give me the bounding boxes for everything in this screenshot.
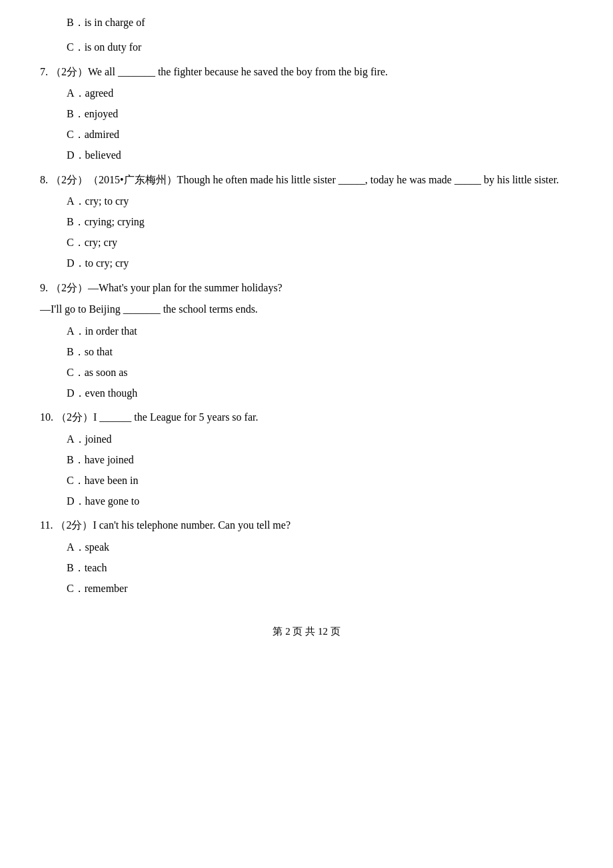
question-7-intro: （2分）We all _______ the fighter because h… bbox=[51, 66, 388, 77]
question-8-option-a: A．cry; to cry bbox=[67, 192, 586, 211]
question-11-text: 11. （2分）I can't his telephone number. Ca… bbox=[40, 516, 586, 535]
question-9-option-a: A．in order that bbox=[67, 322, 586, 341]
question-7-text: 7. （2分）We all _______ the fighter becaus… bbox=[40, 63, 586, 82]
question-8-intro: （2分）（2015•广东梅州）Though he often made his … bbox=[51, 174, 559, 185]
question-10-option-c: C．have been in bbox=[67, 471, 586, 491]
question-9-option-c: C．as soon as bbox=[67, 363, 586, 383]
question-9-option-b: B．so that bbox=[67, 343, 586, 362]
question-7-option-d: D．believed bbox=[67, 146, 586, 165]
question-11-option-c: C．remember bbox=[67, 579, 586, 599]
question-10: 10. （2分）I ______ the League for 5 years … bbox=[27, 408, 586, 511]
question-9-number: 9. bbox=[40, 282, 48, 293]
option-c-duty: C．is on duty for bbox=[27, 38, 586, 57]
question-9-option-d: D．even though bbox=[67, 384, 586, 403]
question-7-option-c: C．admired bbox=[67, 125, 586, 145]
question-9: 9. （2分）—What's your plan for the summer … bbox=[27, 279, 586, 403]
question-11-number: 11. bbox=[40, 519, 53, 531]
question-10-option-a: A．joined bbox=[67, 430, 586, 449]
question-8-option-b: B．crying; crying bbox=[67, 213, 586, 232]
question-10-option-b: B．have joined bbox=[67, 451, 586, 470]
question-10-number: 10. bbox=[40, 411, 53, 423]
question-11: 11. （2分）I can't his telephone number. Ca… bbox=[27, 516, 586, 598]
question-11-option-a: A．speak bbox=[67, 538, 586, 557]
question-9-continuation: —I'll go to Beijing _______ the school t… bbox=[40, 300, 586, 319]
question-11-intro: （2分）I can't his telephone number. Can yo… bbox=[55, 519, 291, 531]
question-9-text: 9. （2分）—What's your plan for the summer … bbox=[40, 279, 586, 298]
question-10-intro: （2分）I ______ the League for 5 years so f… bbox=[56, 411, 258, 423]
question-10-text: 10. （2分）I ______ the League for 5 years … bbox=[40, 408, 586, 427]
option-b-charge: B．is in charge of bbox=[27, 13, 586, 33]
question-7-option-a: A．agreed bbox=[67, 84, 586, 103]
option-text: C．is on duty for bbox=[67, 38, 586, 57]
question-11-option-b: B．teach bbox=[67, 559, 586, 578]
question-7: 7. （2分）We all _______ the fighter becaus… bbox=[27, 63, 586, 165]
question-8-number: 8. bbox=[40, 174, 48, 185]
question-8-option-d: D．to cry; cry bbox=[67, 254, 586, 273]
question-7-option-b: B．enjoyed bbox=[67, 105, 586, 124]
page-footer: 第 2 页 共 12 页 bbox=[27, 625, 586, 638]
page-info: 第 2 页 共 12 页 bbox=[273, 626, 340, 637]
question-10-option-d: D．have gone to bbox=[67, 492, 586, 511]
question-9-intro: （2分）—What's your plan for the summer hol… bbox=[51, 282, 283, 293]
question-8: 8. （2分）（2015•广东梅州）Though he often made h… bbox=[27, 171, 586, 273]
question-7-number: 7. bbox=[40, 66, 48, 77]
option-text: B．is in charge of bbox=[67, 13, 586, 33]
question-8-option-c: C．cry; cry bbox=[67, 233, 586, 253]
question-8-text: 8. （2分）（2015•广东梅州）Though he often made h… bbox=[40, 171, 586, 190]
